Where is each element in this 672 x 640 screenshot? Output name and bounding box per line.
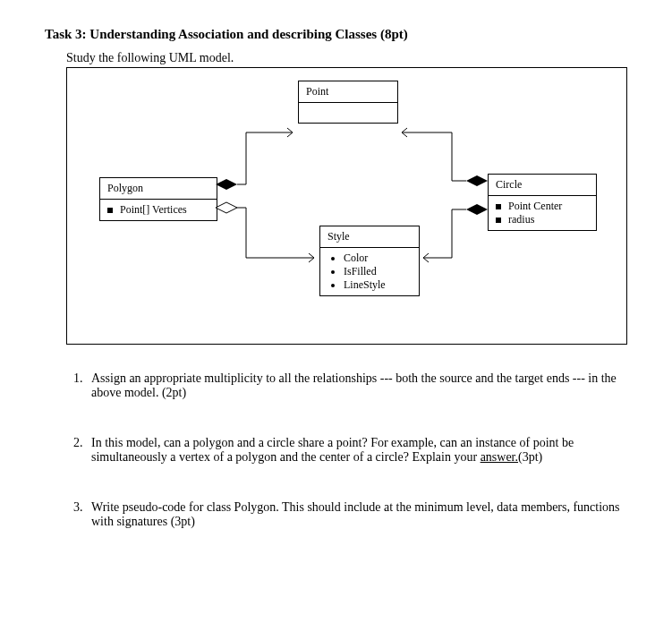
diamond-polygon-point <box>216 179 237 190</box>
class-style: Style Color IsFilled LineStyle <box>319 226 420 296</box>
style-attr1: Color <box>344 252 412 265</box>
circle-attr2: radius <box>508 213 534 226</box>
class-style-body: Color IsFilled LineStyle <box>320 248 419 295</box>
diamond-circle-style <box>466 204 488 215</box>
q1-text: Assign an appropriate multiplicity to al… <box>91 371 617 399</box>
diamond-polygon-style <box>216 202 237 213</box>
uml-diagram: Point Polygon Point[] Vertices Circle Po… <box>66 67 627 345</box>
q3-text: Write pseudo-code for class Polygon. Thi… <box>91 500 620 528</box>
line-circle-style <box>423 209 466 258</box>
polygon-attr1: Point[] Vertices <box>120 203 187 217</box>
arrow-polygon-point <box>287 128 293 137</box>
class-polygon-body: Point[] Vertices <box>100 200 217 220</box>
class-polygon-name: Polygon <box>100 178 217 200</box>
q2-text-u: answer. <box>481 450 518 464</box>
question-2: In this model, can a polygon and a circl… <box>86 436 627 465</box>
class-point-body <box>299 103 397 123</box>
arrow-circle-style <box>423 253 429 262</box>
style-attr3: LineStyle <box>344 278 412 292</box>
q2-text-b: (3pt) <box>518 450 542 464</box>
arrow-polygon-style <box>309 253 314 262</box>
line-polygon-style <box>237 208 314 258</box>
line-polygon-point <box>237 132 293 184</box>
circle-attr1: Point Center <box>508 200 562 213</box>
question-1: Assign an appropriate multiplicity to al… <box>86 371 627 400</box>
task-title: Task 3: Understanding Association and de… <box>45 27 627 42</box>
arrow-circle-point <box>402 128 407 137</box>
diamond-circle-point <box>466 175 488 186</box>
class-point-name: Point <box>299 81 397 103</box>
class-circle-body: Point Center radius <box>489 196 596 230</box>
line-circle-point <box>402 132 466 181</box>
class-polygon: Polygon Point[] Vertices <box>99 177 217 221</box>
study-line: Study the following UML model. <box>66 51 627 65</box>
question-3: Write pseudo-code for class Polygon. Thi… <box>86 500 627 529</box>
class-point: Point <box>298 81 398 124</box>
class-circle-name: Circle <box>489 175 596 196</box>
class-style-name: Style <box>320 226 419 248</box>
class-circle: Circle Point Center radius <box>488 174 597 231</box>
style-attr2: IsFilled <box>344 265 412 278</box>
question-list: Assign an appropriate multiplicity to al… <box>66 371 627 529</box>
